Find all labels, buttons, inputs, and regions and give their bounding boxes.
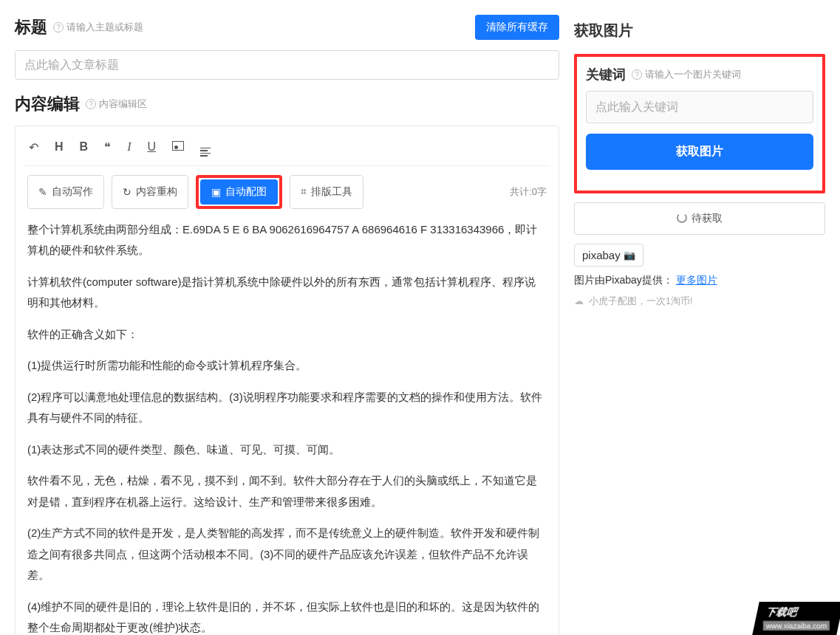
- title-label-wrap: 标题 ?请输入主题或标题: [15, 16, 143, 38]
- align-icon[interactable]: [200, 138, 211, 157]
- editor-label: 内容编辑: [15, 93, 80, 115]
- paragraph: 软件看不见，无色，枯燥，看不见，摸不到，闻不到。软件大部分存在于人们的头脑或纸上…: [27, 470, 547, 512]
- pencil-icon: ✎: [38, 186, 47, 198]
- keyword-label: 关键词: [586, 66, 626, 83]
- image-credit: 图片由Pixabay提供： 更多图片: [574, 274, 825, 287]
- title-label: 标题: [15, 16, 47, 38]
- paragraph: (4)维护不同的硬件是旧的，理论上软件是旧的，并不坏，但实际上软件也是旧的和坏的…: [27, 597, 547, 636]
- editor-hint: ?内容编辑区: [86, 97, 147, 111]
- title-header: 标题 ?请输入主题或标题 清除所有缓存: [15, 15, 559, 40]
- clear-cache-button[interactable]: 清除所有缓存: [475, 15, 559, 40]
- image-panel-title: 获取图片: [574, 21, 825, 41]
- auto-write-button[interactable]: ✎自动写作: [27, 175, 104, 209]
- bold-icon[interactable]: B: [80, 140, 89, 154]
- layout-icon: ⌗: [301, 185, 307, 198]
- refresh-icon: ↻: [123, 186, 132, 198]
- article-title-input[interactable]: [15, 50, 559, 80]
- help-icon: ?: [632, 69, 642, 80]
- paragraph: (1)提供运行时所需功能和性能的命令或计算机程序集合。: [27, 355, 547, 377]
- quote-icon[interactable]: ❝: [104, 140, 111, 154]
- spinner-icon: [677, 213, 687, 223]
- paragraph: 计算机软件(computer software)是指计算机系统中除硬件以外的所有…: [27, 272, 547, 314]
- editor-box: ↶ H B ❝ I U ✎自动写作 ↻内容重构 ▣自动配图 ⌗排版工具 共: [15, 126, 559, 635]
- underline-icon[interactable]: U: [147, 140, 156, 154]
- watermark: 下载吧 www.xiazaiba.com: [749, 602, 840, 635]
- title-hint: ?请输入主题或标题: [53, 21, 143, 34]
- fetch-image-button[interactable]: 获取图片: [586, 134, 813, 170]
- italic-icon[interactable]: I: [127, 140, 131, 154]
- layout-tool-button[interactable]: ⌗排版工具: [290, 175, 363, 209]
- paragraph: (1)表达形式不同的硬件类型、颜色、味道、可见、可摸、可闻。: [27, 439, 547, 461]
- pixabay-badge[interactable]: pixabay 📷: [574, 244, 643, 267]
- editor-label-wrap: 内容编辑 ?内容编辑区: [15, 93, 147, 115]
- editor-content[interactable]: 整个计算机系统由两部分组成：E.69DA 5 E 6 BA 9062616964…: [24, 209, 550, 636]
- word-count: 共计:0字: [510, 185, 547, 199]
- auto-image-highlight: ▣自动配图: [196, 175, 282, 209]
- image-icon[interactable]: [172, 140, 184, 154]
- camera-icon: 📷: [624, 250, 635, 261]
- right-column: 获取图片 关键词 ?请输入一个图片关键词 获取图片 待获取 pixabay 📷 …: [574, 15, 825, 635]
- auto-image-button[interactable]: ▣自动配图: [200, 179, 278, 205]
- pixabay-label: pixabay: [582, 249, 621, 261]
- help-icon: ?: [53, 22, 64, 32]
- undo-icon[interactable]: ↶: [29, 140, 38, 154]
- keyword-input[interactable]: [586, 91, 813, 123]
- paragraph: 软件的正确含义如下：: [27, 324, 547, 346]
- footer-hint: ☁ 小虎子配图，一次1淘币!: [574, 295, 825, 308]
- keyword-highlight-box: 关键词 ?请输入一个图片关键词 获取图片: [574, 54, 825, 193]
- more-images-link[interactable]: 更多图片: [676, 274, 717, 286]
- pending-status: 待获取: [574, 202, 825, 235]
- paragraph: (2)生产方式不同的软件是开发，是人类智能的高发挥，而不是传统意义上的硬件制造。…: [27, 523, 547, 586]
- format-toolbar: ↶ H B ❝ I U: [24, 135, 550, 166]
- content-rebuild-button[interactable]: ↻内容重构: [112, 175, 188, 209]
- heading-icon[interactable]: H: [55, 140, 64, 154]
- help-icon: ?: [86, 99, 96, 109]
- keyword-header: 关键词 ?请输入一个图片关键词: [586, 66, 813, 83]
- image-icon: ▣: [211, 186, 221, 198]
- paragraph: 整个计算机系统由两部分组成：E.69DA 5 E 6 BA 9062616964…: [27, 219, 547, 261]
- keyword-hint: ?请输入一个图片关键词: [632, 68, 741, 81]
- cloud-icon: ☁: [574, 295, 586, 306]
- action-toolbar: ✎自动写作 ↻内容重构 ▣自动配图 ⌗排版工具 共计:0字: [24, 166, 550, 209]
- left-column: 标题 ?请输入主题或标题 清除所有缓存 内容编辑 ?内容编辑区 ↶ H B ❝ …: [15, 15, 559, 635]
- paragraph: (2)程序可以满意地处理信息的数据结构。(3)说明程序功能要求和程序需要的文档的…: [27, 387, 547, 429]
- editor-header: 内容编辑 ?内容编辑区: [15, 93, 559, 115]
